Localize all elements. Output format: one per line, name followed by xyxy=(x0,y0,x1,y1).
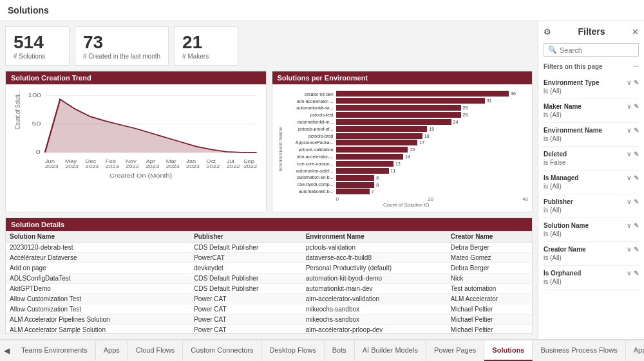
filter-name: Is Managed ∨ ✎ xyxy=(544,174,639,181)
table-row[interactable]: ADLSConfigDataTestCDS Default Publishera… xyxy=(6,273,532,284)
table-row[interactable]: Accélérateur DataversePowerCATdataverse-… xyxy=(6,253,532,263)
bar-value: 24 xyxy=(453,120,459,124)
bar-row: 19 xyxy=(336,126,529,132)
table-row[interactable]: 20230120-debrab-testCDS Default Publishe… xyxy=(6,243,532,253)
filter-item: Solution Name ∨ ✎ is (All) xyxy=(544,218,639,242)
filter-expand-icon[interactable]: ∨ xyxy=(627,246,631,253)
tab-app[interactable]: App xyxy=(626,340,644,361)
filters-options-icon[interactable]: ··· xyxy=(634,63,639,70)
bar-row: 24 xyxy=(336,119,529,125)
tab-solutions[interactable]: Solutions xyxy=(484,340,533,361)
filter-item: Is Orphaned ∨ ✎ is (All) xyxy=(544,266,639,290)
bar xyxy=(336,140,418,145)
svg-text:2022: 2022 xyxy=(243,164,257,169)
table-row[interactable]: AkitGPTDemoCDS Default Publisherautomati… xyxy=(6,284,532,294)
tab-apps[interactable]: Apps xyxy=(96,340,128,361)
filter-value: is (All) xyxy=(544,88,639,95)
main-area: 514 # Solutions 73 # Created in the last… xyxy=(0,21,644,339)
bar-value: 36 xyxy=(511,91,516,96)
svg-text:Jan: Jan xyxy=(186,159,196,164)
filter-item: Maker Name ∨ ✎ is (All) xyxy=(544,99,639,123)
filter-edit-icon[interactable]: ✎ xyxy=(634,103,639,110)
filter-expand-icon[interactable]: ∨ xyxy=(627,127,631,134)
close-panel-icon[interactable]: ✕ xyxy=(632,27,639,37)
filter-edit-icon[interactable]: ✎ xyxy=(634,246,639,253)
bar-chart-labels: creator-kit-devalm-accelerator-...automa… xyxy=(285,91,336,195)
tab-desktop-flows[interactable]: Desktop Flows xyxy=(262,340,325,361)
kpi-makers-label: # Makers xyxy=(182,53,230,60)
filter-name: Is Orphaned ∨ ✎ xyxy=(544,270,639,277)
filter-edit-icon[interactable]: ✎ xyxy=(634,151,639,158)
tab-nav-left[interactable]: ◀ xyxy=(0,340,14,361)
filter-edit-icon[interactable]: ✎ xyxy=(634,174,639,181)
col-environment: Environment Name xyxy=(302,231,447,243)
tab-cloud-flows[interactable]: Cloud Flows xyxy=(128,340,184,361)
svg-text:2023: 2023 xyxy=(65,164,79,169)
bar-row: 8 xyxy=(336,175,529,181)
table-row[interactable]: ALM Accelerator Sample SolutionPower CAT… xyxy=(6,325,532,334)
filter-name: Creator Name ∨ ✎ xyxy=(544,246,639,253)
table-wrapper[interactable]: Solution Name Publisher Environment Name… xyxy=(6,231,532,333)
tab-ai-builder-models[interactable]: AI Builder Models xyxy=(355,340,426,361)
filter-value: is (All) xyxy=(544,230,639,237)
filter-expand-icon[interactable]: ∨ xyxy=(627,270,631,277)
content-area: 514 # Solutions 73 # Created in the last… xyxy=(0,21,538,339)
env-chart-ylabel: Environment Name xyxy=(276,91,285,208)
filter-expand-icon[interactable]: ∨ xyxy=(627,174,631,181)
bar-value: 17 xyxy=(419,140,424,145)
table-row[interactable]: Allow Customization TestPower CATalm-acc… xyxy=(6,294,532,304)
bar-row: 14 xyxy=(336,154,529,160)
bar-row: 36 xyxy=(336,91,529,97)
env-chart-title: Solutions per Environment xyxy=(272,71,533,84)
tab-bots[interactable]: Bots xyxy=(325,340,355,361)
svg-text:May: May xyxy=(65,159,77,164)
tab-power-pages[interactable]: Power Pages xyxy=(426,340,484,361)
bar-value: 11 xyxy=(391,169,396,173)
bar-row: 12 xyxy=(336,161,529,167)
filter-value: is (All) xyxy=(544,254,639,261)
filter-name: Publisher ∨ ✎ xyxy=(544,198,639,205)
bar-value: 8 xyxy=(376,176,379,180)
filter-edit-icon[interactable]: ✎ xyxy=(634,270,639,277)
table-row[interactable]: Allow Customization TestPower CATmikeoch… xyxy=(6,304,532,315)
bar-row: 26 xyxy=(336,105,529,111)
filter-edit-icon[interactable]: ✎ xyxy=(634,79,639,86)
filter-edit-icon[interactable]: ✎ xyxy=(634,198,639,205)
filter-search-box[interactable]: 🔍 xyxy=(544,43,639,57)
bar-row: 18 xyxy=(336,133,529,139)
filter-expand-icon[interactable]: ∨ xyxy=(627,222,631,229)
filter-expand-icon[interactable]: ∨ xyxy=(627,151,631,158)
filter-value: is (All) xyxy=(544,207,639,214)
bar-row: 8 xyxy=(336,182,529,188)
bar-value: 26 xyxy=(463,113,468,117)
bar-value: 31 xyxy=(487,98,492,103)
col-creator: Creator Name xyxy=(447,231,532,243)
table-row[interactable]: ALM Accelerator Pipelines SolutionPower … xyxy=(6,315,532,325)
svg-text:Jul: Jul xyxy=(227,159,234,164)
tab-teams-environments[interactable]: Teams Environments xyxy=(14,340,96,361)
filter-expand-icon[interactable]: ∨ xyxy=(627,103,631,110)
filter-name: Maker Name ∨ ✎ xyxy=(544,103,639,110)
filter-edit-icon[interactable]: ✎ xyxy=(634,222,639,229)
bar-row: 31 xyxy=(336,98,529,104)
filter-expand-icon[interactable]: ∨ xyxy=(627,198,631,205)
filter-search-input[interactable] xyxy=(560,46,634,54)
table-row[interactable]: Add on pagedevkeydetPersonal Productivit… xyxy=(6,263,532,273)
solutions-table: Solution Name Publisher Environment Name… xyxy=(6,231,532,333)
filter-expand-icon[interactable]: ∨ xyxy=(627,79,631,86)
filter-item: Creator Name ∨ ✎ is (All) xyxy=(544,242,639,266)
filter-edit-icon[interactable]: ✎ xyxy=(634,127,639,134)
svg-text:2023: 2023 xyxy=(106,164,119,169)
tab-custom-connectors[interactable]: Custom Connectors xyxy=(183,340,261,361)
kpi-solutions-number: 514 xyxy=(14,32,61,53)
tab-business-process-flows[interactable]: Business Process Flows xyxy=(533,340,625,361)
kpi-solutions: 514 # Solutions xyxy=(5,26,70,66)
bar-value: 14 xyxy=(405,154,410,159)
svg-text:2023: 2023 xyxy=(45,164,59,169)
svg-text:100: 100 xyxy=(28,92,41,98)
filter-item: Publisher ∨ ✎ is (All) xyxy=(544,194,639,218)
filter-item: Is Managed ∨ ✎ is (All) xyxy=(544,171,639,194)
bar xyxy=(336,126,428,132)
filter-items: Environment Type ∨ ✎ is (All) Maker Name… xyxy=(544,75,639,290)
svg-text:Apr: Apr xyxy=(146,159,155,164)
